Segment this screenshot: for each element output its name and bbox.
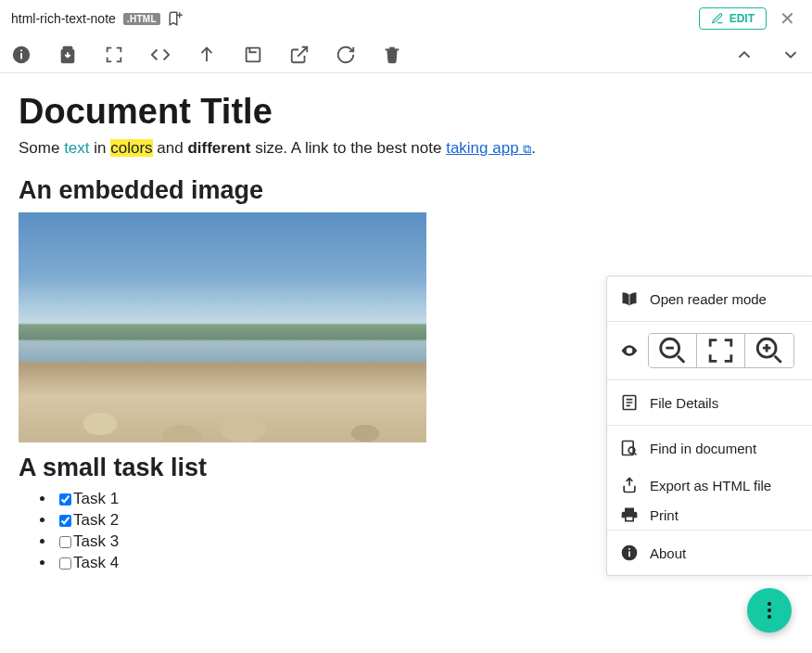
svg-rect-9	[627, 518, 633, 520]
titlebar: html-rich-text-note .HTML EDIT ✕	[0, 0, 812, 37]
more-vertical-icon	[768, 602, 771, 619]
file-details-icon	[620, 393, 639, 412]
open-new-tab-icon[interactable]	[243, 45, 263, 65]
code-icon[interactable]	[150, 45, 171, 65]
filename: html-rich-text-note	[11, 11, 116, 26]
chevron-down-icon[interactable]	[780, 45, 801, 65]
task-checkbox[interactable]	[59, 536, 71, 548]
menu-label: Export as HTML file	[650, 478, 771, 493]
svg-rect-12	[628, 548, 630, 550]
delete-icon[interactable]	[382, 45, 402, 65]
document-title: Document Title	[19, 92, 793, 132]
intro-text: Some	[19, 139, 64, 157]
book-icon	[620, 289, 639, 308]
print-icon	[620, 506, 639, 524]
zoom-out-button[interactable]	[649, 334, 697, 367]
fullscreen-icon[interactable]	[104, 45, 124, 65]
clipboard-download-icon[interactable]	[57, 45, 78, 65]
svg-rect-3	[247, 48, 260, 62]
toolbar	[0, 37, 812, 73]
heading-image: An embedded image	[19, 176, 793, 205]
menu-label: File Details	[650, 395, 718, 411]
eye-icon	[620, 341, 639, 360]
info-icon[interactable]	[11, 45, 32, 65]
refresh-icon[interactable]	[336, 45, 356, 65]
task-label: Task 4	[73, 554, 119, 571]
intro-bold-word: different	[187, 139, 250, 157]
menu-label: Print	[650, 507, 679, 523]
menu-reader-mode[interactable]: Open reader mode	[607, 276, 812, 321]
svg-rect-1	[20, 53, 22, 58]
intro-paragraph: Some text in colors and different size. …	[19, 139, 793, 158]
menu-file-details[interactable]: File Details	[607, 380, 812, 425]
menu-label: Find in document	[650, 441, 756, 456]
find-icon	[620, 439, 639, 457]
menu-about[interactable]: About	[607, 531, 812, 575]
zoom-fit-button[interactable]	[697, 334, 745, 367]
svg-rect-2	[20, 50, 22, 52]
filetype-badge: .HTML	[123, 13, 160, 25]
menu-label: About	[650, 545, 686, 561]
svg-rect-11	[628, 551, 630, 557]
task-checkbox[interactable]	[59, 557, 71, 570]
intro-text: in	[90, 139, 111, 157]
open-external-icon[interactable]	[289, 45, 310, 65]
export-icon	[620, 476, 639, 494]
close-icon[interactable]: ✕	[774, 7, 801, 30]
zoom-in-button[interactable]	[745, 334, 793, 367]
menu-label: Open reader mode	[650, 291, 767, 307]
menu-find[interactable]: Find in document	[607, 426, 812, 470]
task-label: Task 1	[73, 490, 119, 507]
intro-link[interactable]: taking app ⧉	[446, 139, 531, 157]
task-label: Task 2	[73, 511, 119, 529]
external-link-icon: ⧉	[523, 142, 531, 156]
menu-export[interactable]: Export as HTML file	[607, 470, 812, 500]
edit-button-label: EDIT	[730, 12, 755, 25]
task-checkbox[interactable]	[59, 493, 71, 506]
task-checkbox[interactable]	[59, 515, 71, 527]
about-icon	[620, 544, 639, 562]
options-popover: Open reader mode File Details Find	[606, 275, 812, 576]
menu-print[interactable]: Print	[607, 500, 812, 530]
more-options-fab[interactable]	[747, 588, 792, 633]
arrow-up-icon[interactable]	[197, 45, 217, 65]
intro-link-label: taking app	[446, 139, 518, 157]
intro-highlighted-word: colors	[110, 139, 152, 157]
intro-text: .	[531, 139, 536, 157]
bookmark-add-icon[interactable]	[168, 10, 184, 27]
chevron-up-icon[interactable]	[734, 45, 755, 65]
intro-text: size. A link to the best note	[250, 139, 446, 157]
intro-text: and	[153, 139, 188, 157]
zoom-controls	[607, 322, 812, 379]
intro-colored-word: text	[64, 139, 89, 157]
task-label: Task 3	[73, 532, 119, 550]
edit-button[interactable]: EDIT	[699, 7, 767, 30]
embedded-image	[19, 212, 426, 442]
